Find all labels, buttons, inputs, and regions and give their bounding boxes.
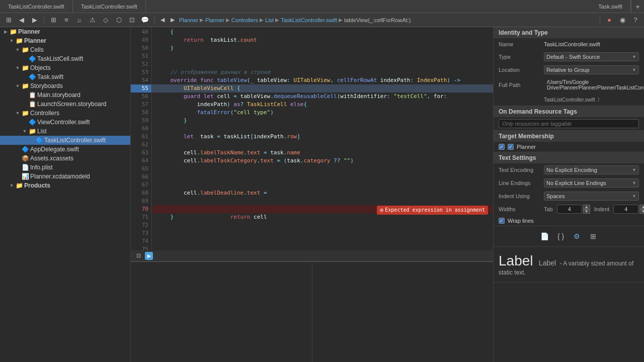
editor-layout-button[interactable]: ⊡ — [134, 251, 143, 260]
sidebar-item-controllers[interactable]: ▼ 📁 Controllers — [0, 109, 130, 118]
list-view-button[interactable]: ≡ — [61, 15, 72, 26]
sidebar-item-infoplist[interactable]: 📄 Info.plist — [0, 163, 130, 172]
fullpath-value: /Users/Tim/Google Drive/Planner/Planner/… — [544, 78, 644, 92]
search-button[interactable]: ⌕ — [74, 15, 85, 26]
add-tab-button[interactable]: + — [631, 0, 644, 13]
label-word: Label — [539, 259, 556, 267]
folder-icon: 📁 — [21, 110, 29, 117]
sidebar-item-list[interactable]: ▼ 📁 List — [0, 127, 130, 136]
sidebar-item-tasklistcell[interactable]: 🔷 TaskListCell.swift — [0, 54, 130, 63]
storyboard-icon: 📋 — [28, 101, 36, 108]
chevron-down-icon: ▼ — [632, 167, 636, 172]
sidebar-item-launchscreen[interactable]: 📋 LaunchScreen.storyboard — [0, 100, 130, 109]
checkmark-icon: ✓ — [509, 144, 513, 149]
indent-width-input[interactable]: 4 — [613, 205, 638, 214]
help-button[interactable]: ? — [630, 15, 641, 26]
code-line-68: cell.labelDeadline.text = — [152, 189, 493, 197]
sidebar-item-planner-root[interactable]: ▶ 📁 Planner — [0, 27, 130, 36]
line-num-73: 73 — [131, 229, 151, 237]
type-select[interactable]: Default - Swift Source ▼ — [544, 52, 639, 61]
fullpath-sub: TaskListController.swift — [544, 97, 595, 103]
sidebar-item-task[interactable]: 🔷 Task.swift — [0, 72, 130, 81]
sidebar-item-viewcontroller[interactable]: 🔷 ViewController.swift — [0, 118, 130, 127]
sidebar-item-datamodel[interactable]: 📊 Planner.xcdatamodeld — [0, 172, 130, 181]
on-demand-tags-input[interactable] — [499, 119, 639, 128]
locate-icon[interactable]: ⤴ — [597, 97, 600, 103]
label-desc: Label Label - A variably sized amount of… — [494, 247, 644, 282]
wrap-lines-checkbox[interactable]: ✓ — [499, 218, 505, 224]
datamodel-icon: 📊 — [21, 173, 29, 180]
widths-label: Widths — [499, 206, 544, 212]
breadcrumb-controllers[interactable]: Controllers — [231, 17, 258, 23]
code-line-53: // отображение данных в строке — [152, 68, 493, 76]
layout-button[interactable]: ⊡ — [126, 15, 137, 26]
fullpath-label: Full Path — [499, 82, 544, 88]
tab-decrement-button[interactable]: ▼ — [583, 209, 590, 214]
code-line-61: let task = taskList[indexPath.row] — [152, 133, 493, 141]
sidebar-toggle-button[interactable]: ⊞ — [3, 15, 14, 26]
grid-view-button[interactable]: ⊞ — [48, 15, 59, 26]
run-indicator[interactable]: ▶ — [145, 252, 153, 260]
on-demand-section: On Demand Resource Tags — [494, 106, 644, 131]
folder-icon: 📁 — [15, 182, 23, 189]
sidebar-item-planner-sub[interactable]: ▼ 📁 Planner — [0, 36, 130, 45]
right-panel: Identity and Type Name TaskListControlle… — [493, 27, 644, 362]
line-endings-row: Line Endings No Explicit Line Endings ▼ — [494, 176, 644, 190]
sidebar-item-products[interactable]: ▼ 📁 Products — [0, 181, 130, 190]
widths-controls: Tab 4 ▲ ▼ Indent 4 ▲ ▼ — [544, 205, 644, 214]
code-editor[interactable]: 48 49 50 51 52 53 54 55 56 57 58 59 60 6… — [131, 27, 493, 261]
tab-stepper[interactable]: ▲ ▼ — [583, 205, 590, 214]
line-num-49: 49 — [131, 36, 151, 44]
sidebar-item-appdelegate[interactable]: 🔷 AppDelegate.swift — [0, 145, 130, 154]
indent-stepper[interactable]: ▲ ▼ — [639, 205, 644, 214]
fullpath-path-row: TaskListController.swift ⤴ — [494, 94, 644, 106]
braces-icon[interactable]: { } — [555, 230, 567, 242]
indent-using-select[interactable]: Spaces ▼ — [544, 192, 639, 201]
location-select[interactable]: Relative to Group ▼ — [544, 65, 639, 74]
tab-1[interactable]: TaskListController.swift — [0, 0, 73, 13]
plist-icon: 📄 — [21, 164, 29, 171]
code-line-66 — [152, 173, 493, 181]
breadcrumb-forward-button[interactable]: ▶ — [168, 16, 177, 25]
code-lines[interactable]: { return taskList.count } // отображение… — [152, 27, 493, 250]
comment-button[interactable]: 💬 — [139, 15, 150, 26]
breadcrumb-list[interactable]: List — [265, 17, 274, 23]
encoding-select[interactable]: No Explicit Encoding ▼ — [544, 165, 639, 174]
code-line-55: UITableViewCell { — [152, 84, 493, 93]
sidebar-item-objects[interactable]: ▼ 📁 Objects — [0, 63, 130, 72]
related-files-button[interactable]: ◉ — [617, 15, 628, 26]
breadcrumb-planner-1[interactable]: Planner — [179, 17, 198, 23]
code-line-57: indexPath) as? TaskListCell else{ — [152, 101, 493, 109]
sidebar-item-cells[interactable]: ▼ 📁 Cells — [0, 45, 130, 54]
scheme-button[interactable]: ⬡ — [113, 15, 124, 26]
sidebar-item-assets[interactable]: 📦 Assets.xcassets — [0, 154, 130, 163]
tab-increment-button[interactable]: ▲ — [583, 205, 590, 209]
sidebar-item-storyboards[interactable]: ▼ 📁 Storyboards — [0, 81, 130, 90]
tab-3[interactable]: Task.swift — [590, 0, 631, 13]
error-indicator[interactable]: ● — [604, 15, 615, 26]
indent-increment-button[interactable]: ▲ — [639, 205, 644, 209]
target-checkbox[interactable]: ✓ — [499, 144, 505, 150]
sidebar-item-tasklistcontroller[interactable]: 🔷 TaskListController.swift — [0, 136, 130, 145]
line-endings-select[interactable]: No Explicit Line Endings ▼ — [544, 178, 639, 188]
location-row: Location Relative to Group ▼ — [494, 63, 644, 76]
breadcrumb-file[interactable]: TaskListController.swift — [281, 17, 337, 23]
navigate-forward-button[interactable]: ▶ — [29, 15, 40, 26]
doc-icon[interactable]: 📄 — [539, 230, 551, 242]
breadcrumb-planner-2[interactable]: Planner — [205, 17, 224, 23]
navigate-back-button[interactable]: ◀ — [16, 15, 27, 26]
gear-icon[interactable]: ⚙ — [571, 230, 583, 242]
warning-button[interactable]: ⚠ — [87, 15, 98, 26]
sidebar-item-mainstoryboard[interactable]: 📋 Main.storyboard — [0, 90, 130, 100]
tab-2[interactable]: TaskListController.swift — [73, 0, 146, 13]
breakpoint-button[interactable]: ◇ — [100, 15, 111, 26]
line-num-66: 66 — [131, 173, 151, 181]
tab-width-input[interactable]: 4 — [557, 205, 582, 214]
grid-icon[interactable]: ⊞ — [587, 230, 599, 242]
line-num-55: 55 — [131, 84, 151, 93]
breadcrumb-back-button[interactable]: ◀ — [158, 16, 167, 25]
target-planner-label: Planner — [517, 144, 536, 150]
line-num-59: 59 — [131, 117, 151, 125]
indent-decrement-button[interactable]: ▼ — [639, 209, 644, 214]
target-checkbox2[interactable]: ✓ — [508, 144, 514, 150]
